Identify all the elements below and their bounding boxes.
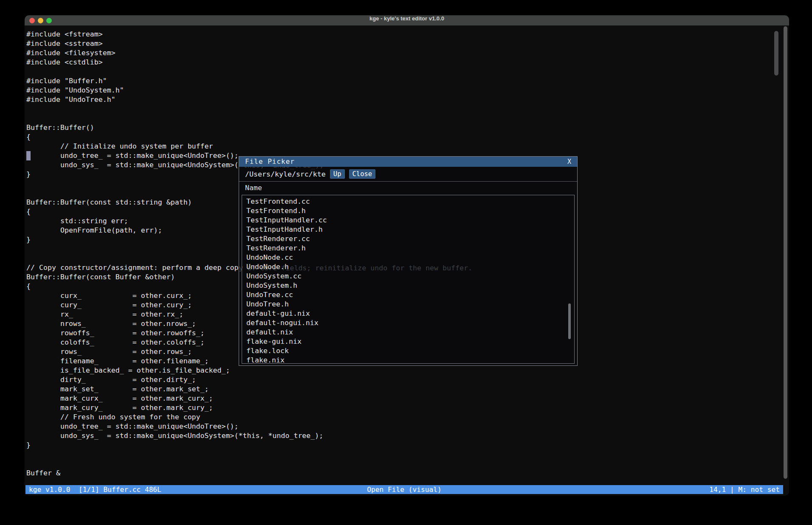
code-line: undo_tree_ = std::make_unique<UndoTree>(… xyxy=(26,422,789,431)
file-list-item[interactable]: flake.lock xyxy=(246,346,574,356)
code-line xyxy=(26,114,789,123)
file-list-item[interactable]: UndoNode.cc xyxy=(246,253,574,262)
text-cursor xyxy=(26,151,31,160)
code-line: is_file_backed_ = other.is_file_backed_; xyxy=(26,366,789,375)
file-list-item[interactable]: UndoTree.cc xyxy=(246,290,574,300)
zoom-window-button[interactable] xyxy=(46,18,52,23)
code-line: #include "Buffer.h" xyxy=(26,76,789,86)
code-line: // Fresh undo system for the copy xyxy=(26,413,789,422)
file-list-item[interactable]: flake.nix xyxy=(246,356,574,364)
editor-window: kge - kyle's text editor v1.0.0 #include… xyxy=(25,15,789,496)
path-row: /Users/kyle/src/kte Up Close xyxy=(239,167,577,181)
code-line: #include "UndoTree.h" xyxy=(26,95,789,104)
file-picker-titlebar[interactable]: File Picker X xyxy=(239,157,577,167)
minimize-window-button[interactable] xyxy=(38,18,43,23)
code-line: mark_curx_ = other.mark_curx_; xyxy=(26,394,789,403)
file-list-item[interactable]: TestFrontend.cc xyxy=(246,197,574,206)
code-line: } xyxy=(26,441,789,450)
file-list-item[interactable]: UndoSystem.cc xyxy=(246,272,574,281)
file-list-item[interactable]: TestInputHandler.cc xyxy=(246,216,574,225)
file-list-item[interactable]: UndoNode.h xyxy=(246,262,574,272)
file-list-item[interactable]: TestRenderer.h xyxy=(246,244,574,253)
code-line xyxy=(26,450,789,459)
current-path: /Users/kyle/src/kte xyxy=(245,170,326,178)
code-line xyxy=(26,104,789,114)
code-line: // Initialize undo system per buffer xyxy=(26,142,789,151)
window-titlebar[interactable]: kge - kyle's text editor v1.0.0 xyxy=(25,15,789,25)
code-line: #include <filesystem> xyxy=(26,48,789,58)
file-list-scrollbar-thumb[interactable] xyxy=(568,303,571,339)
code-line xyxy=(26,67,789,76)
window-scrollbar[interactable] xyxy=(784,26,787,479)
file-list-item[interactable]: flake-gui.nix xyxy=(246,337,574,346)
close-icon[interactable]: X xyxy=(567,157,571,167)
code-line: #include <cstdlib> xyxy=(26,58,789,67)
code-line: #include "UndoSystem.h" xyxy=(26,86,789,95)
file-list-item[interactable]: default.nix xyxy=(246,328,574,337)
file-list-item[interactable]: default-gui.nix xyxy=(246,309,574,318)
name-column-header: Name xyxy=(239,182,577,194)
traffic-lights xyxy=(29,15,52,25)
file-list-item[interactable]: UndoSystem.h xyxy=(246,281,574,290)
file-list-item[interactable]: TestFrontend.h xyxy=(246,206,574,216)
code-line: #include <sstream> xyxy=(26,39,789,48)
window-title: kge - kyle's text editor v1.0.0 xyxy=(25,15,789,25)
close-window-button[interactable] xyxy=(29,18,35,23)
file-list[interactable]: TestFrontend.ccTestFrontend.hTestInputHa… xyxy=(242,195,575,364)
file-picker-dialog: (*this, *undo_tree_);y of core fields; r… xyxy=(239,156,578,366)
code-line: Buffer::Buffer() xyxy=(26,123,789,132)
file-list-item[interactable]: TestInputHandler.h xyxy=(246,225,574,234)
code-line: { xyxy=(26,132,789,142)
status-bar: kge v1.0.0 [1/1] Buffer.cc 486L Open Fil… xyxy=(25,485,783,494)
desktop-background: kge - kyle's text editor v1.0.0 #include… xyxy=(0,0,812,525)
code-line: Buffer & xyxy=(26,469,789,478)
up-button[interactable]: Up xyxy=(330,169,345,179)
code-line: #include <fstream> xyxy=(26,30,789,39)
file-picker-title: File Picker xyxy=(245,157,295,167)
file-list-item[interactable]: TestRenderer.cc xyxy=(246,234,574,244)
file-list-item[interactable]: default-nogui.nix xyxy=(246,318,574,328)
file-list-item[interactable]: UndoTree.h xyxy=(246,300,574,309)
code-line: dirty_ = other.dirty_; xyxy=(26,375,789,385)
close-button[interactable]: Close xyxy=(349,169,376,179)
status-mode: Open File (visual) xyxy=(25,485,783,494)
editor-viewport: #include <fstream>#include <sstream>#inc… xyxy=(25,25,789,496)
code-line: mark_cury_ = other.mark_cury_; xyxy=(26,403,789,413)
editor-scrollbar-thumb[interactable] xyxy=(774,31,778,76)
code-line xyxy=(26,459,789,469)
status-cursor-position: 14,1 | M: not set xyxy=(709,485,783,494)
code-line: undo_sys_ = std::make_unique<UndoSystem>… xyxy=(26,431,789,441)
code-line: mark_set_ = other.mark_set_; xyxy=(26,385,789,394)
